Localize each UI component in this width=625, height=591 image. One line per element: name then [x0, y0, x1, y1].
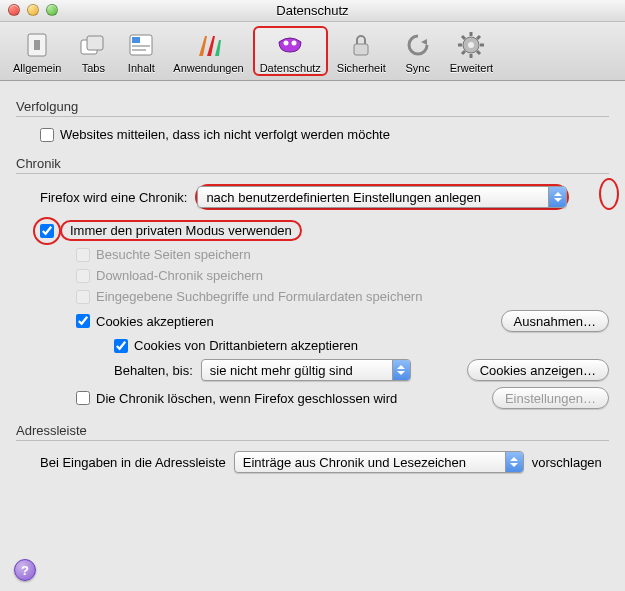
clear-on-close-row: Die Chronik löschen, wenn Firefox geschl… — [76, 387, 609, 409]
svg-marker-8 — [199, 36, 207, 56]
svg-rect-5 — [132, 37, 140, 43]
svg-marker-9 — [207, 36, 215, 56]
third-party-checkbox[interactable] — [114, 339, 128, 353]
help-icon: ? — [21, 563, 29, 578]
addressbar-suggest-row: Bei Eingaben in die Adressleiste Einträg… — [16, 451, 609, 473]
close-icon[interactable] — [8, 4, 20, 16]
accept-cookies-checkbox-row[interactable]: Cookies akzeptieren — [76, 314, 214, 329]
annotation-oval: Immer den privaten Modus verwenden — [60, 220, 302, 241]
addressbar-select-wrap: Einträge aus Chronik und Lesezeichen — [234, 451, 524, 473]
tab-privacy[interactable]: Datenschutz — [253, 26, 328, 76]
section-tracking-title: Verfolgung — [16, 99, 609, 114]
sync-icon — [402, 29, 434, 61]
gear-icon — [455, 29, 487, 61]
remember-forms-label: Eingegebene Suchbegriffe und Formulardat… — [96, 289, 422, 304]
remember-forms-checkbox — [76, 290, 90, 304]
addressbar-select[interactable]: Einträge aus Chronik und Lesezeichen — [234, 451, 524, 473]
svg-rect-6 — [132, 45, 150, 47]
keep-until-select-wrap: sie nicht mehr gültig sind — [201, 359, 411, 381]
dnt-checkbox[interactable] — [40, 128, 54, 142]
annotation-oval: nach benutzerdefinierten Einstellungen a… — [195, 184, 569, 210]
clear-on-close-label: Die Chronik löschen, wenn Firefox geschl… — [96, 391, 397, 406]
help-button[interactable]: ? — [14, 559, 36, 581]
remember-forms-row: Eingegebene Suchbegriffe und Formulardat… — [76, 289, 609, 304]
window-controls — [8, 4, 58, 16]
history-mode-select[interactable]: nach benutzerdefinierten Einstellungen a… — [197, 186, 567, 208]
remember-pages-row: Besuchte Seiten speichern — [76, 247, 609, 262]
tab-sync[interactable]: Sync — [395, 26, 441, 75]
tab-general[interactable]: Allgemein — [6, 26, 68, 75]
remember-downloads-row: Download-Chronik speichern — [76, 268, 609, 283]
third-party-checkbox-row[interactable]: Cookies von Drittanbietern akzeptieren — [114, 338, 358, 353]
tab-label: Tabs — [82, 62, 105, 74]
annotation-circle — [599, 178, 619, 210]
clear-on-close-checkbox-row[interactable]: Die Chronik löschen, wenn Firefox geschl… — [76, 391, 397, 406]
history-mode-label: Firefox wird eine Chronik: — [40, 190, 187, 205]
content-icon — [125, 29, 157, 61]
history-mode-row: Firefox wird eine Chronik: nach benutzer… — [16, 184, 609, 210]
accept-cookies-checkbox[interactable] — [76, 314, 90, 328]
third-party-row: Cookies von Drittanbietern akzeptieren — [76, 338, 609, 353]
lock-icon — [345, 29, 377, 61]
window-title: Datenschutz — [276, 3, 348, 18]
section-history-title: Chronik — [16, 156, 609, 171]
tab-advanced[interactable]: Erweitert — [443, 26, 500, 75]
section-addressbar-title: Adressleiste — [16, 423, 609, 438]
tabs-icon — [77, 29, 109, 61]
titlebar: Datenschutz — [0, 0, 625, 22]
svg-rect-3 — [87, 36, 103, 50]
tab-label: Datenschutz — [260, 62, 321, 74]
svg-marker-10 — [215, 40, 221, 56]
remember-pages-checkbox — [76, 248, 90, 262]
tab-label: Erweitert — [450, 62, 493, 74]
show-cookies-button[interactable]: Cookies anzeigen… — [467, 359, 609, 381]
tab-label: Anwendungen — [173, 62, 243, 74]
tab-security[interactable]: Sicherheit — [330, 26, 393, 75]
tab-label: Allgemein — [13, 62, 61, 74]
tab-label: Inhalt — [128, 62, 155, 74]
tab-tabs[interactable]: Tabs — [70, 26, 116, 75]
preferences-toolbar: Allgemein Tabs Inhalt Anwendungen Datens… — [0, 22, 625, 81]
always-private-checkbox-row[interactable]: Immer den privaten Modus verwenden — [40, 220, 609, 241]
svg-line-21 — [462, 36, 465, 39]
svg-rect-1 — [34, 40, 40, 50]
always-private-row: Immer den privaten Modus verwenden — [16, 220, 609, 241]
tab-applications[interactable]: Anwendungen — [166, 26, 250, 75]
tab-label: Sicherheit — [337, 62, 386, 74]
minimize-icon[interactable] — [27, 4, 39, 16]
always-private-checkbox[interactable] — [40, 224, 54, 238]
keep-until-select[interactable]: sie nicht mehr gültig sind — [201, 359, 411, 381]
remember-pages-label: Besuchte Seiten speichern — [96, 247, 251, 262]
dnt-checkbox-row[interactable]: Websites mitteilen, dass ich nicht verfo… — [40, 127, 609, 142]
svg-line-23 — [462, 51, 465, 54]
applications-icon — [192, 29, 224, 61]
exceptions-button[interactable]: Ausnahmen… — [501, 310, 609, 332]
always-private-label: Immer den privaten Modus verwenden — [70, 223, 292, 238]
accept-cookies-row: Cookies akzeptieren Ausnahmen… — [76, 310, 609, 332]
tab-label: Sync — [406, 62, 430, 74]
third-party-label: Cookies von Drittanbietern akzeptieren — [134, 338, 358, 353]
dnt-label: Websites mitteilen, dass ich nicht verfo… — [60, 127, 390, 142]
remember-downloads-checkbox — [76, 269, 90, 283]
svg-line-22 — [477, 51, 480, 54]
history-mode-select-wrap: nach benutzerdefinierten Einstellungen a… — [197, 186, 567, 208]
pane-privacy: Verfolgung Websites mitteilen, dass ich … — [0, 81, 625, 591]
svg-point-16 — [468, 42, 474, 48]
keep-until-row: Behalten, bis: sie nicht mehr gültig sin… — [76, 359, 609, 381]
general-icon — [21, 29, 53, 61]
divider — [16, 116, 609, 117]
svg-rect-13 — [354, 44, 368, 55]
svg-rect-7 — [132, 49, 146, 51]
svg-point-12 — [292, 41, 297, 46]
clear-on-close-checkbox[interactable] — [76, 391, 90, 405]
privacy-mask-icon — [274, 29, 306, 61]
remember-downloads-label: Download-Chronik speichern — [96, 268, 263, 283]
svg-marker-14 — [421, 39, 427, 45]
addressbar-label-pre: Bei Eingaben in die Adressleiste — [40, 455, 226, 470]
divider — [16, 440, 609, 441]
zoom-icon[interactable] — [46, 4, 58, 16]
divider — [16, 173, 609, 174]
svg-line-24 — [477, 36, 480, 39]
tab-content[interactable]: Inhalt — [118, 26, 164, 75]
clear-settings-button: Einstellungen… — [492, 387, 609, 409]
